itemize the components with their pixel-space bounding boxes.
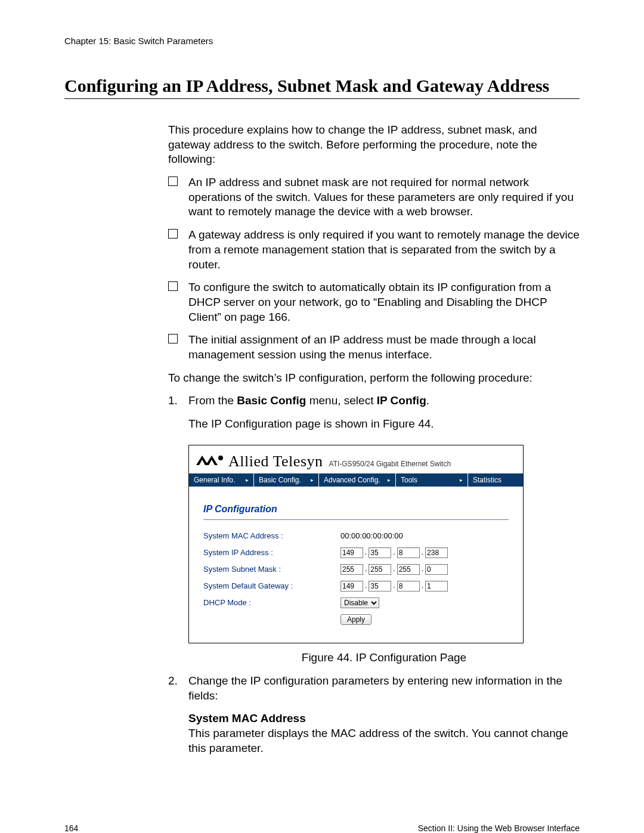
nav-label: Advanced Config. (324, 476, 380, 484)
dot-separator: . (364, 565, 367, 574)
gw-octet-1[interactable] (340, 581, 363, 592)
step-2: 2. Change the IP configuration parameter… (168, 674, 580, 755)
subnet-mask-octets: . . . (340, 564, 448, 575)
allied-telesyn-logo-icon (196, 454, 225, 466)
nav-advanced-config[interactable]: Advanced Config.▸ (319, 473, 396, 487)
text: . (426, 394, 429, 407)
mask-octet-2[interactable] (369, 564, 391, 575)
ip-address-octets: . . . (340, 547, 448, 558)
gateway-octets: . . . (340, 581, 448, 592)
gw-octet-3[interactable] (397, 581, 420, 592)
chevron-right-icon: ▸ (311, 478, 314, 483)
ip-octet-2[interactable] (369, 547, 391, 558)
ip-address-label: System IP Address : (203, 548, 340, 558)
dot-separator: . (364, 548, 367, 558)
step-text: Change the IP configuration parameters b… (188, 674, 562, 702)
apply-button[interactable]: Apply (340, 614, 371, 625)
dhcp-mode-label: DHCP Mode : (203, 598, 340, 608)
svg-marker-1 (206, 456, 218, 465)
section-heading: IP Configuration (203, 503, 509, 516)
menu-item: IP Config (377, 394, 426, 407)
page-title: Configuring an IP Address, Subnet Mask a… (64, 76, 580, 96)
dot-separator: . (364, 581, 367, 591)
nav-label: Tools (401, 476, 417, 484)
chevron-right-icon: ▸ (460, 478, 463, 483)
section-footer: Section II: Using the Web Browser Interf… (418, 823, 580, 833)
dot-separator: . (392, 565, 395, 574)
dhcp-mode-select[interactable]: Disable (340, 597, 379, 608)
section-rule (203, 519, 509, 520)
nav-label: Basic Config. (259, 476, 301, 484)
text: menu, select (306, 394, 376, 407)
step-text: From the Basic Config menu, select IP Co… (188, 394, 429, 407)
title-rule (64, 98, 580, 99)
square-bullet-icon (168, 281, 178, 291)
subnet-mask-label: System Subnet Mask : (203, 565, 340, 575)
dot-separator: . (421, 581, 424, 591)
content-body: This procedure explains how to change th… (168, 123, 580, 755)
dot-separator: . (421, 565, 424, 574)
nav-basic-config[interactable]: Basic Config.▸ (254, 473, 319, 487)
menu-name: Basic Config (237, 394, 306, 407)
chapter-header: Chapter 15: Basic Switch Parameters (64, 36, 580, 46)
mask-octet-1[interactable] (340, 564, 363, 575)
square-bullet-icon (168, 334, 178, 343)
mac-address-label: System MAC Address : (203, 531, 340, 541)
lead-in: To change the switch’s IP configuration,… (168, 371, 580, 386)
nav-label: General Info. (194, 476, 235, 484)
nav-label: Statistics (473, 476, 501, 484)
gateway-label: System Default Gateway : (203, 581, 340, 592)
svg-point-2 (218, 456, 223, 460)
square-bullet-icon (168, 229, 178, 239)
intro-paragraph: This procedure explains how to change th… (168, 123, 580, 167)
chevron-right-icon: ▸ (246, 478, 249, 483)
nav-statistics[interactable]: Statistics (468, 473, 523, 487)
list-item-text: A gateway address is only required if yo… (188, 228, 580, 270)
dot-separator: . (392, 581, 395, 591)
list-item: A gateway address is only required if yo… (168, 228, 580, 272)
mask-octet-3[interactable] (397, 564, 420, 575)
gw-octet-4[interactable] (425, 581, 448, 592)
list-item: To configure the switch to automatically… (168, 280, 580, 324)
step-1: 1. From the Basic Config menu, select IP… (168, 394, 580, 665)
figure-screenshot: Allied Telesyn ATI-GS950/24 Gigabit Ethe… (188, 445, 524, 644)
step-number: 1. (168, 394, 178, 408)
list-item-text: An IP address and subnet mask are not re… (188, 176, 574, 218)
list-item: An IP address and subnet mask are not re… (168, 175, 580, 219)
notes-list: An IP address and subnet mask are not re… (168, 175, 580, 363)
svg-marker-0 (196, 456, 208, 465)
mac-address-value: 00:00:00:00:00:00 (340, 531, 403, 541)
figure-caption: Figure 44. IP Configuration Page (188, 651, 580, 665)
product-model: ATI-GS950/24 Gigabit Ethernet Switch (329, 460, 451, 469)
nav-tools[interactable]: Tools▸ (396, 473, 468, 487)
parameter-description: This parameter displays the MAC address … (188, 726, 580, 755)
nav-general-info[interactable]: General Info.▸ (189, 473, 254, 487)
list-item-text: To configure the switch to automatically… (188, 281, 551, 323)
mask-octet-4[interactable] (425, 564, 448, 575)
parameter-title: System MAC Address (188, 711, 580, 726)
dot-separator: . (392, 548, 395, 558)
list-item-text: The initial assignment of an IP address … (188, 333, 536, 361)
chevron-right-icon: ▸ (388, 478, 391, 483)
list-item: The initial assignment of an IP address … (168, 333, 580, 362)
ip-octet-3[interactable] (397, 547, 420, 558)
page-number: 164 (64, 823, 78, 833)
step-description: The IP Configuration page is shown in Fi… (188, 417, 580, 432)
gw-octet-2[interactable] (369, 581, 391, 592)
nav-bar: General Info.▸ Basic Config.▸ Advanced C… (189, 473, 523, 487)
ip-octet-4[interactable] (425, 547, 448, 558)
brand-name: Allied Telesyn (228, 451, 323, 472)
square-bullet-icon (168, 176, 178, 186)
step-number: 2. (168, 674, 178, 689)
dot-separator: . (421, 548, 424, 558)
ip-octet-1[interactable] (340, 547, 363, 558)
text: From the (188, 394, 237, 407)
